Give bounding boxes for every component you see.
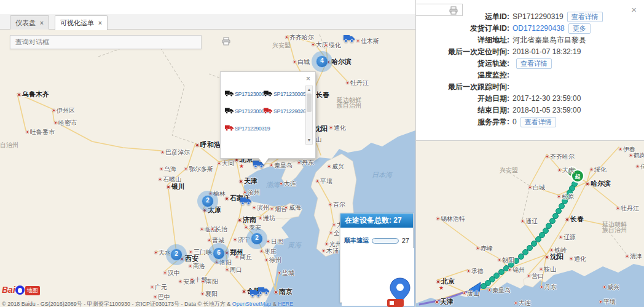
device-item[interactable]: SP1712300051 [263, 86, 302, 103]
field-label: 详细地址: [416, 35, 509, 46]
popup-scrollbar[interactable]: ▲ ▼ [305, 86, 313, 145]
cluster-marker[interactable]: 2 [166, 244, 187, 265]
waybill-detail-panel: × 运单ID:SP1712290319查看详情发货订单ID:OD17122904… [415, 0, 644, 307]
waybill-field-row: 运单ID:SP1712290319查看详情 [416, 11, 644, 23]
osm-link[interactable]: OpenStreetMap [232, 301, 272, 307]
here-link[interactable]: HERE [278, 301, 293, 307]
field-label: 货运轨迹: [416, 58, 509, 69]
device-id: SP1712290267 [273, 108, 308, 114]
truck-icon [224, 90, 234, 98]
device-item[interactable]: SP1712290319 [224, 120, 263, 137]
device-list: SP1712300046SP1712300051SP1712300063SP17… [224, 86, 303, 137]
waybill-field-row: 服务异常:0查看详情 [416, 116, 644, 128]
route-map-canvas[interactable]: 起 伊春鹤岗齐齐哈尔大庆绥化佳木兴安盟白城松原哈尔滨牡丹江锡林浩特通辽长春辽源延… [416, 140, 644, 307]
field-value: 2018-01-05 23:59:00 [512, 106, 581, 114]
field-value: 2018-01-07 18:32:19 [512, 47, 581, 56]
cluster-count: 2 [197, 197, 218, 204]
field-value: 0 [512, 118, 517, 126]
app-window: 乌鲁木齐伊州区哈密市吐鲁番市自治州呼和浩特巴彦淖尔乌海鄂尔多斯石嘴山银川榆林大同… [0, 0, 644, 307]
waybill-field-row: 货运轨迹:查看详情 [416, 58, 644, 70]
field-label: 结束日期: [416, 105, 509, 116]
route-point [481, 284, 487, 289]
scroll-thumb[interactable] [307, 94, 312, 112]
view-details-button[interactable]: 查看详情 [516, 58, 552, 69]
more-button[interactable]: 更多 [568, 23, 591, 34]
left-workspace: 乌鲁木齐伊州区哈密市吐鲁番市自治州呼和浩特巴彦淖尔乌海鄂尔多斯石嘴山银川榆林大同… [0, 0, 415, 307]
view-details-button[interactable]: 查看详情 [567, 12, 603, 22]
popup-close-icon[interactable]: × [306, 74, 310, 83]
route-point [499, 269, 505, 275]
field-label: 运单ID: [416, 12, 509, 22]
truck-icon [224, 107, 234, 116]
scroll-up-icon[interactable]: ▲ [306, 87, 312, 93]
field-value: 河北省秦皇岛市昌黎县 [512, 35, 586, 46]
route-point [532, 241, 537, 247]
truck-marker[interactable] [257, 286, 270, 297]
waybill-field-row: 结束日期:2018-01-05 23:59:00 [416, 105, 644, 116]
query-dialog-label: 查询对话框 [15, 38, 49, 46]
device-item[interactable]: SP1712300063 [224, 103, 263, 120]
route-point [553, 213, 559, 219]
cluster-marker[interactable]: 6 [208, 243, 229, 264]
field-value: 2017-12-30 23:59:00 [512, 94, 581, 103]
waybill-field-row: 详细地址:河北省秦皇岛市昌黎县 [416, 34, 644, 46]
copyright-sep: & [271, 301, 278, 307]
cluster-marker[interactable]: 2 [197, 191, 218, 212]
tab-visual-waybill-label: 可视化运单 [60, 19, 94, 26]
popup-pointer [259, 158, 269, 165]
print-icon[interactable] [221, 37, 231, 46]
waybill-field-row: 最后一次跟踪时间: [416, 81, 644, 93]
waybill-field-row: 温度监控: [416, 70, 644, 81]
cluster-count: 2 [246, 234, 267, 241]
top-strip [0, 0, 415, 14]
tab-close-icon[interactable]: × [40, 20, 44, 26]
cluster-count: 4 [312, 57, 332, 64]
route-point [546, 223, 552, 229]
tab-dashboard[interactable]: 仪表盘× [10, 15, 49, 30]
scroll-down-icon[interactable]: ▼ [306, 137, 312, 143]
field-label: 最后一次跟踪时间: [416, 82, 509, 92]
field-value: SP1712290319 [512, 12, 564, 21]
field-label: 发货订单ID: [416, 23, 509, 34]
partial-logo [387, 299, 404, 307]
baidu-map-badge: 地图 [25, 286, 40, 295]
field-label: 最后一次定位时间: [416, 47, 509, 57]
carrier-progress-bar [372, 238, 399, 244]
waybill-field-row: 发货订单ID:OD1712290438更多 [416, 23, 644, 34]
route-point [504, 266, 509, 271]
route-point [556, 209, 562, 214]
route-point [519, 254, 524, 260]
baidu-logo[interactable]: Bai地图 [2, 285, 40, 298]
in-transit-title: 在途设备总数: 27 [340, 213, 413, 228]
tab-close-icon[interactable]: × [98, 20, 102, 26]
tab-bar: 仪表盘× 可视化运单× [0, 14, 415, 30]
truck-marker[interactable] [240, 196, 252, 207]
order-id-link[interactable]: OD1712290438 [512, 24, 565, 33]
carrier-name: 顺丰速运 [344, 236, 369, 245]
view-details-button[interactable]: 查看详情 [520, 117, 556, 127]
route-point [550, 218, 556, 224]
baidu-logo-text: Bai [2, 285, 15, 295]
device-list-popup: × SP1712300046SP1712300051SP1712300063SP… [220, 71, 316, 159]
route-point [559, 204, 565, 209]
route-point [509, 262, 514, 268]
cluster-count: 2 [166, 250, 187, 257]
tab-visual-waybill[interactable]: 可视化运单× [55, 15, 108, 30]
waybill-fields: 运单ID:SP1712290319查看详情发货订单ID:OD1712290438… [416, 11, 644, 128]
route-start-label: 起 [575, 173, 581, 180]
route-point [514, 258, 519, 264]
device-item[interactable]: SP1712290267 [263, 103, 302, 120]
truck-icon [224, 124, 234, 133]
truck-marker[interactable] [343, 34, 355, 44]
waybill-field-row: 开始日期:2017-12-30 23:59:00 [416, 93, 644, 105]
query-dialog-bar[interactable]: 查询对话框 [10, 35, 202, 49]
cluster-marker[interactable]: 4 [312, 51, 332, 72]
field-label: 温度监控: [416, 70, 509, 81]
device-item[interactable]: SP1712300046 [224, 86, 263, 103]
field-label: 开始日期: [416, 94, 509, 104]
truck-icon [263, 107, 273, 116]
truck-icon [263, 90, 273, 98]
cluster-marker[interactable]: 2 [246, 228, 267, 249]
carrier-count: 27 [402, 237, 409, 244]
baidu-paw-icon [15, 285, 25, 295]
